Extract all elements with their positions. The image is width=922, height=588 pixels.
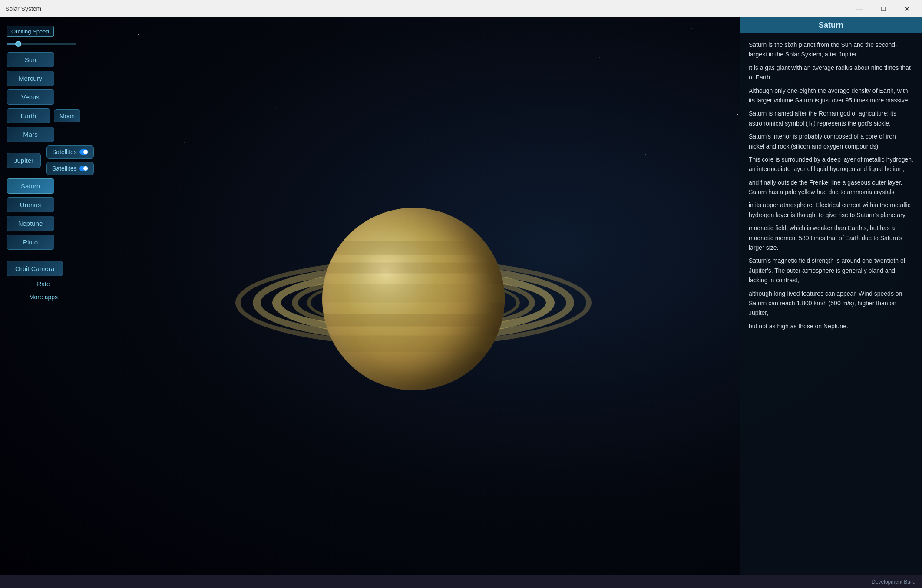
dev-build-label: Development Build	[872, 579, 915, 585]
planet-list: Sun Mercury Venus Earth Moon Mars Jupite…	[7, 52, 80, 250]
earth-satellites-label: Satellites	[52, 149, 77, 155]
planet-button-neptune[interactable]: Neptune	[7, 216, 54, 231]
info-paragraph: This core is surrounded by a deep layer …	[749, 155, 913, 174]
minimize-button[interactable]: —	[850, 2, 870, 15]
info-paragraph: magnetic field, which is weaker than Ear…	[749, 223, 913, 252]
moon-button[interactable]: Moon	[54, 109, 80, 122]
planet-button-saturn[interactable]: Saturn	[7, 178, 54, 194]
planet-button-mars[interactable]: Mars	[7, 127, 54, 142]
jupiter-satellites-label: Satellites	[52, 165, 77, 172]
sidebar: Orbiting Speed Sun Mercury Venus Earth M…	[0, 17, 87, 588]
planet-button-jupiter[interactable]: Jupiter	[7, 153, 41, 168]
info-panel-title: Saturn	[819, 21, 843, 30]
window-controls: — □ ✕	[850, 2, 917, 15]
info-paragraph: in its upper atmosphere. Electrical curr…	[749, 200, 913, 220]
window-title: Solar System	[5, 5, 41, 12]
saturn-visual	[218, 151, 609, 455]
info-paragraph: Saturn's interior is probably composed o…	[749, 132, 913, 151]
info-panel: Saturn Saturn is the sixth planet from t…	[740, 17, 922, 588]
speed-slider-thumb[interactable]	[15, 41, 21, 47]
mars-row: Mars	[7, 127, 80, 142]
title-bar: Solar System — □ ✕	[0, 0, 922, 17]
info-paragraph: although long-lived features can appear.…	[749, 289, 913, 318]
info-panel-content[interactable]: Saturn is the sixth planet from the Sun …	[740, 33, 922, 585]
planet-button-venus[interactable]: Venus	[7, 89, 54, 105]
earth-satellites-toggle	[79, 149, 88, 155]
status-bar: Development Build	[0, 575, 922, 588]
saturn-container	[87, 17, 740, 588]
more-apps-button[interactable]: More apps	[7, 292, 80, 302]
jupiter-satellites-button[interactable]: Satellites	[46, 162, 94, 175]
moon-label: Moon	[59, 112, 75, 119]
info-paragraph: and finally outside the Frenkel line a g…	[749, 178, 913, 197]
earth-satellites-button[interactable]: Satellites	[46, 145, 94, 159]
jupiter-row: Jupiter Satellites Satellites	[7, 145, 80, 175]
info-panel-header: Saturn	[740, 17, 922, 33]
info-paragraph: Although only one-eighth the average den…	[749, 86, 913, 106]
planet-button-sun[interactable]: Sun	[7, 52, 54, 67]
main-area: Orbiting Speed Sun Mercury Venus Earth M…	[0, 17, 922, 588]
info-paragraph: It is a gas giant with an average radius…	[749, 63, 913, 83]
planet-button-uranus[interactable]: Uranus	[7, 197, 54, 212]
earth-row: Earth Moon	[7, 108, 80, 123]
jupiter-sub-buttons: Satellites Satellites	[46, 145, 94, 175]
info-paragraph: Saturn is named after the Roman god of a…	[749, 109, 913, 128]
planet-button-pluto[interactable]: Pluto	[7, 235, 54, 250]
orbiting-speed-container: Orbiting Speed	[7, 26, 80, 45]
info-paragraph: Saturn is the sixth planet from the Sun …	[749, 40, 913, 59]
jupiter-satellites-toggle	[79, 166, 88, 171]
speed-slider-track[interactable]	[7, 43, 76, 45]
rate-button[interactable]: Rate	[7, 279, 80, 289]
info-paragraph: but not as high as those on Neptune.	[749, 321, 913, 331]
planet-button-mercury[interactable]: Mercury	[7, 71, 54, 86]
orbit-camera-button[interactable]: Orbit Camera	[7, 261, 63, 276]
saturn-body	[322, 208, 505, 390]
planet-button-earth[interactable]: Earth	[7, 108, 50, 123]
info-paragraph: Saturn's magnetic field strength is arou…	[749, 256, 913, 285]
orbiting-speed-label: Orbiting Speed	[7, 26, 54, 37]
maximize-button[interactable]: □	[873, 2, 893, 15]
close-button[interactable]: ✕	[897, 2, 917, 15]
